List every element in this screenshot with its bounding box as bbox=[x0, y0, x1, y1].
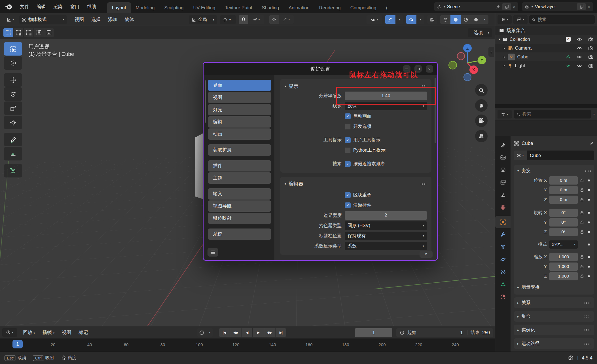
menu-select[interactable]: 选择 bbox=[88, 16, 104, 23]
prefs-nav-lights[interactable]: 灯光 bbox=[208, 104, 271, 115]
prev-keyframe-button[interactable]: ◀◆ bbox=[230, 328, 241, 337]
outliner-search-input[interactable] bbox=[538, 17, 592, 22]
drag-grip-icon[interactable] bbox=[584, 302, 591, 304]
delta-transform-row[interactable]: ▸ 增量变换 bbox=[514, 283, 591, 292]
tab-modeling[interactable]: Modeling bbox=[131, 2, 160, 13]
animate-dot[interactable] bbox=[588, 244, 590, 246]
lock-button[interactable] bbox=[578, 255, 586, 259]
chevron-down-icon[interactable]: ▾ bbox=[593, 113, 595, 116]
drag-grip-icon[interactable] bbox=[585, 170, 591, 172]
overlays-toggle[interactable] bbox=[406, 15, 416, 24]
prefs-nav-keymap[interactable]: 键位映射 bbox=[208, 213, 271, 224]
scale-x-field[interactable]: 1.000 bbox=[549, 253, 578, 261]
outliner-row-light[interactable]: ▸ Light bbox=[495, 61, 597, 70]
color-picker-dropdown[interactable]: 圆形 (HSV)▾ bbox=[345, 221, 427, 230]
border-width-field[interactable]: 2 bbox=[345, 211, 427, 220]
object-id-dropdown[interactable]: ▾ bbox=[514, 151, 527, 160]
pin-icon[interactable] bbox=[496, 5, 500, 9]
scale-z-field[interactable]: 1.000 bbox=[549, 272, 578, 280]
animate-dot[interactable] bbox=[588, 189, 590, 191]
transform-orientation-dropdown[interactable]: 全局 ▾ bbox=[189, 15, 217, 24]
snap-toggle[interactable] bbox=[239, 15, 248, 24]
collection-checkbox[interactable]: ✓ bbox=[566, 37, 571, 42]
hide-eye-icon[interactable] bbox=[577, 46, 582, 51]
region-overlap-checkbox[interactable]: ✓ bbox=[345, 192, 351, 198]
menu-object[interactable]: 物体 bbox=[121, 16, 138, 23]
header-position-dropdown[interactable]: 保持现有▾ bbox=[345, 232, 427, 240]
lock-button[interactable] bbox=[578, 274, 586, 278]
prefs-nav-editing[interactable]: 编辑 bbox=[208, 116, 271, 128]
menu-help[interactable]: 帮助 bbox=[83, 4, 100, 10]
tab-tool[interactable] bbox=[495, 139, 511, 151]
next-keyframe-button[interactable]: ◆▶ bbox=[264, 328, 275, 337]
shading-dropdown[interactable]: ▾ bbox=[481, 15, 488, 24]
animate-dot[interactable] bbox=[588, 199, 590, 201]
panel-collections[interactable]: ▸集合 bbox=[514, 311, 594, 322]
animate-dot[interactable] bbox=[588, 179, 590, 181]
play-button[interactable]: ▶ bbox=[253, 328, 264, 337]
menu-keying[interactable]: 插帧 ▾ bbox=[39, 329, 58, 336]
gizmos-toggle[interactable] bbox=[385, 15, 395, 24]
prefs-nav-animation[interactable]: 动画 bbox=[208, 128, 271, 140]
outliner-editor-type-button[interactable]: ▾ bbox=[497, 15, 512, 24]
prefs-nav-interface[interactable]: 界面 bbox=[208, 80, 271, 91]
menu-render[interactable]: 渲染 bbox=[50, 4, 66, 10]
expand-icon[interactable]: ▸ bbox=[504, 64, 505, 67]
sort-recent-checkbox[interactable]: ✓ bbox=[345, 161, 351, 167]
menu-edit[interactable]: 编辑 bbox=[33, 4, 50, 10]
lock-button[interactable] bbox=[578, 264, 586, 269]
pan-button[interactable] bbox=[475, 99, 488, 112]
select-mode-intersect[interactable] bbox=[44, 28, 54, 37]
outliner-display-mode-button[interactable]: ▾ bbox=[513, 15, 528, 24]
panel-motion-paths[interactable]: ▸运动路径 bbox=[514, 338, 594, 349]
location-z-field[interactable]: 0 m bbox=[549, 196, 578, 204]
tool-select-box[interactable] bbox=[4, 42, 22, 56]
select-mode-subtract[interactable] bbox=[24, 28, 33, 37]
play-reverse-button[interactable]: ◀ bbox=[242, 328, 252, 337]
tool-rotate[interactable] bbox=[4, 87, 22, 101]
tab-sculpting[interactable]: Sculpting bbox=[160, 2, 189, 13]
network-offline-icon[interactable] bbox=[568, 355, 574, 361]
transform-panel-header[interactable]: ▾ 变换 bbox=[514, 166, 591, 175]
animate-dot[interactable] bbox=[588, 231, 590, 233]
tool-cursor[interactable] bbox=[4, 56, 22, 70]
rotation-mode-dropdown[interactable]: XYZ...▾ bbox=[549, 240, 578, 249]
tab-physics[interactable] bbox=[495, 253, 511, 266]
tab-animation[interactable]: Animation bbox=[284, 2, 314, 13]
visibility-dropdown[interactable]: ▾ bbox=[367, 15, 382, 24]
panel-relations[interactable]: ▸关系 bbox=[514, 297, 594, 308]
start-value[interactable]: 1 bbox=[419, 330, 464, 335]
tab-material[interactable] bbox=[495, 291, 511, 303]
tab-particles[interactable] bbox=[495, 241, 511, 253]
sidebar-scrollbar[interactable] bbox=[205, 80, 206, 123]
tool-move[interactable] bbox=[4, 73, 22, 87]
shading-rendered[interactable] bbox=[471, 15, 481, 24]
tool-transform[interactable] bbox=[4, 116, 22, 129]
prefs-nav-addons[interactable]: 插件 bbox=[208, 160, 271, 172]
select-mode-new[interactable] bbox=[3, 28, 13, 37]
outliner-row-collection[interactable]: ▾ Collection ✓ bbox=[495, 35, 597, 44]
viewlayer-selector[interactable]: ▾ ViewLayer × bbox=[522, 2, 593, 11]
rotation-x-field[interactable]: 0° bbox=[549, 209, 578, 217]
location-x-field[interactable]: 0 m bbox=[549, 176, 578, 185]
lock-button[interactable] bbox=[578, 178, 586, 183]
shading-wireframe[interactable] bbox=[440, 15, 450, 24]
hide-eye-icon[interactable] bbox=[577, 63, 582, 68]
nav-controls-checkbox[interactable]: ✓ bbox=[345, 202, 351, 208]
lock-button[interactable] bbox=[578, 230, 586, 234]
pivot-point-dropdown[interactable]: ▾ bbox=[220, 15, 236, 24]
snap-settings-dropdown[interactable]: ▾ bbox=[248, 15, 264, 24]
prefs-nav-navigation[interactable]: 视图导航 bbox=[208, 200, 271, 212]
disable-render-icon[interactable] bbox=[588, 63, 593, 68]
factor-display-dropdown[interactable]: 系数▾ bbox=[345, 242, 427, 250]
lock-button[interactable] bbox=[578, 197, 586, 202]
end-value[interactable]: 250 bbox=[482, 330, 490, 335]
animate-dot[interactable] bbox=[588, 256, 590, 258]
panel-instancing[interactable]: ▸实例化 bbox=[514, 325, 594, 335]
tab-object[interactable] bbox=[495, 216, 511, 228]
properties-search[interactable] bbox=[514, 110, 591, 118]
hide-eye-icon[interactable] bbox=[577, 54, 582, 60]
outliner-row-scene-collection[interactable]: 场景集合 bbox=[495, 26, 597, 35]
tab-overflow[interactable]: ( bbox=[381, 2, 392, 13]
animate-dot[interactable] bbox=[588, 212, 590, 214]
